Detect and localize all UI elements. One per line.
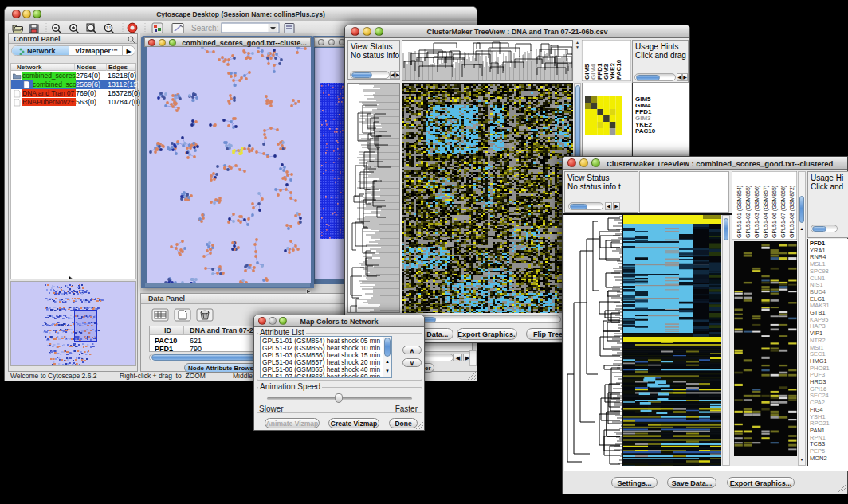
- svg-text:GPL51-06 (GSM865): GPL51-06 (GSM865): [771, 186, 778, 238]
- svg-text:GPL51-04 (GSM857): GPL51-04 (GSM857): [763, 186, 769, 238]
- svg-text:GPL51-08 (GSM872): GPL51-08 (GSM872): [789, 186, 795, 238]
- svg-text:GPL51-01 (GSM854): GPL51-01 (GSM854): [736, 186, 743, 238]
- svg-text:PAC10: PAC10: [615, 59, 622, 80]
- svg-text:GPL51-03 (GSM856): GPL51-03 (GSM856): [754, 186, 760, 238]
- svg-text:Search:: Search:: [191, 24, 218, 33]
- svg-text:GPL51-02 (GSM855): GPL51-02 (GSM855): [745, 186, 752, 238]
- svg-text:GPL51-07 (GSM868): GPL51-07 (GSM868): [780, 186, 787, 238]
- svg-text:1:1: 1:1: [106, 26, 112, 30]
